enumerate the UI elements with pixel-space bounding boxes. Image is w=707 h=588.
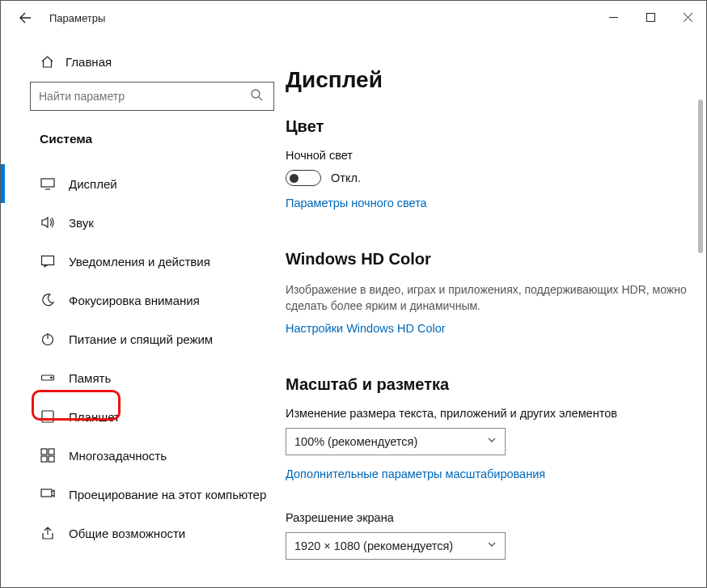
sidebar-item-tablet[interactable]: Планшет xyxy=(30,397,274,436)
scale-section: Масштаб и разметка Изменение размера тек… xyxy=(286,375,687,560)
scale-heading: Масштаб и разметка xyxy=(286,375,687,394)
sidebar-item-label: Планшет xyxy=(69,410,120,424)
svg-point-4 xyxy=(252,90,260,98)
toggle-state-label: Откл. xyxy=(331,171,361,184)
svg-rect-15 xyxy=(41,449,47,455)
home-icon xyxy=(40,54,54,69)
sidebar-item-project[interactable]: Проецирование на этот компьютер xyxy=(30,475,274,514)
back-button[interactable] xyxy=(15,8,35,27)
page-title: Дисплей xyxy=(286,67,687,93)
window-title: Параметры xyxy=(49,12,105,24)
resolution-label: Разрешение экрана xyxy=(286,511,687,524)
color-section: Цвет Ночной свет Откл. Параметры ночного… xyxy=(286,117,687,229)
storage-icon xyxy=(40,370,56,386)
chevron-down-icon xyxy=(487,435,497,447)
sidebar-item-label: Звук xyxy=(69,216,94,230)
svg-rect-18 xyxy=(49,456,54,462)
sidebar-item-storage[interactable]: Память xyxy=(30,358,274,397)
minimize-button[interactable] xyxy=(595,1,632,33)
sidebar-item-power[interactable]: Питание и спящий режим xyxy=(30,319,274,358)
sidebar-item-label: Фокусировка внимания xyxy=(69,294,200,307)
svg-rect-6 xyxy=(41,179,54,187)
search-input[interactable] xyxy=(39,90,251,103)
settings-window: Параметры Главная Система xyxy=(0,0,707,588)
share-icon xyxy=(40,525,56,541)
monitor-icon xyxy=(40,176,56,192)
message-icon xyxy=(40,253,56,269)
speaker-icon xyxy=(40,214,56,231)
scale-advanced-link[interactable]: Дополнительные параметры масштабирования xyxy=(286,467,545,480)
scale-value: 100% (рекомендуется) xyxy=(294,435,417,448)
search-icon xyxy=(251,89,265,104)
titlebar: Параметры xyxy=(1,1,706,35)
sidebar-item-sound[interactable]: Звук xyxy=(30,203,274,242)
nav-list: Дисплей Звук Уведомления и действия Фоку… xyxy=(30,164,274,552)
color-heading: Цвет xyxy=(286,117,687,136)
home-link[interactable]: Главная xyxy=(30,49,274,82)
sidebar-item-shared[interactable]: Общие возможности xyxy=(30,514,274,552)
window-body: Главная Система Дисплей Звук xyxy=(1,35,706,587)
hdcolor-heading: Windows HD Color xyxy=(286,250,687,269)
svg-rect-16 xyxy=(49,449,54,455)
hdcolor-section: Windows HD Color Изображение в видео, иг… xyxy=(286,250,687,354)
night-light-settings-link[interactable]: Параметры ночного света xyxy=(286,197,427,209)
night-light-toggle[interactable] xyxy=(286,170,321,186)
sidebar-item-label: Многозадачность xyxy=(69,449,167,463)
svg-rect-8 xyxy=(42,256,54,265)
maximize-button[interactable] xyxy=(632,1,669,33)
power-icon xyxy=(40,331,56,347)
hdcolor-link[interactable]: Настройки Windows HD Color xyxy=(286,322,446,335)
night-light-label: Ночной свет xyxy=(286,149,687,162)
sidebar-item-label: Память xyxy=(69,371,111,385)
hdcolor-desc: Изображение в видео, играх и приложениях… xyxy=(286,281,687,315)
sidebar-item-label: Общие возможности xyxy=(69,527,185,540)
sidebar-item-label: Питание и спящий режим xyxy=(69,332,213,346)
multitask-icon xyxy=(40,447,56,463)
sidebar-item-label: Уведомления и действия xyxy=(69,255,210,269)
project-icon xyxy=(40,486,56,502)
home-label: Главная xyxy=(66,55,112,69)
sidebar-item-label: Проецирование на этот компьютер xyxy=(69,488,266,501)
night-light-toggle-row: Откл. xyxy=(286,170,687,186)
sidebar: Главная Система Дисплей Звук xyxy=(1,35,286,587)
svg-point-12 xyxy=(51,377,53,379)
sidebar-item-notifications[interactable]: Уведомления и действия xyxy=(30,242,274,281)
scale-label: Изменение размера текста, приложений и д… xyxy=(286,407,687,420)
resolution-value: 1920 × 1080 (рекомендуется) xyxy=(294,539,453,552)
toggle-knob-icon xyxy=(290,174,298,183)
chevron-down-icon xyxy=(487,539,497,552)
sidebar-item-display[interactable]: Дисплей xyxy=(30,164,274,203)
section-heading: Система xyxy=(30,129,274,164)
sidebar-item-label: Дисплей xyxy=(69,177,117,191)
arrow-left-icon xyxy=(19,11,32,24)
sidebar-item-focus[interactable]: Фокусировка внимания xyxy=(30,281,274,319)
scrollbar[interactable] xyxy=(692,2,705,586)
moon-icon xyxy=(40,292,56,308)
search-input-wrap[interactable] xyxy=(30,82,274,111)
resolution-select[interactable]: 1920 × 1080 (рекомендуется) xyxy=(286,532,506,560)
scrollbar-thumb[interactable] xyxy=(698,99,703,253)
tablet-icon xyxy=(40,408,56,425)
svg-line-5 xyxy=(259,97,262,100)
scale-select[interactable]: 100% (рекомендуется) xyxy=(286,428,506,455)
svg-rect-1 xyxy=(646,13,654,21)
sidebar-item-multitask[interactable]: Многозадачность xyxy=(30,436,274,475)
window-controls xyxy=(595,1,706,33)
svg-rect-19 xyxy=(41,489,52,497)
main-content: Дисплей Цвет Ночной свет Откл. Параметры… xyxy=(286,35,706,587)
svg-rect-17 xyxy=(41,456,47,462)
